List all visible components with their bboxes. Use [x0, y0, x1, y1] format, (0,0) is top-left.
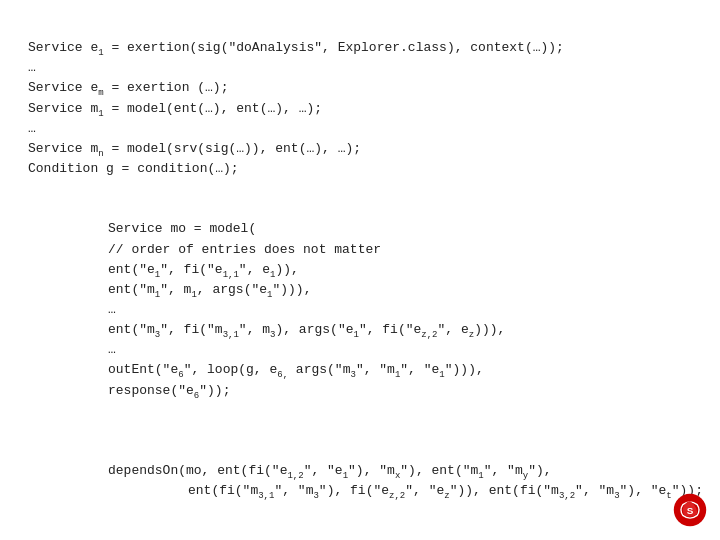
- line-7: Condition g = condition(…);: [28, 161, 239, 176]
- line-17: response("e6"));: [108, 383, 230, 398]
- line-2: …: [28, 60, 36, 75]
- logo: S: [672, 492, 708, 528]
- line-4: Service m1 = model(ent(…), ent(…), …);: [28, 101, 322, 116]
- line-15: …: [108, 342, 116, 357]
- line-20: ent(fi("m3,1", "m3"), fi("ez,2", "ez")),…: [188, 483, 703, 498]
- line-1: Service e1 = exertion(sig("doAnalysis", …: [28, 40, 564, 55]
- line-9: Service mo = model(: [108, 221, 256, 236]
- line-13: …: [108, 302, 116, 317]
- line-8: [28, 181, 36, 196]
- line-18: [28, 423, 36, 438]
- svg-text:S: S: [687, 505, 694, 516]
- indented-block: Service mo = model( // order of entries …: [28, 199, 692, 400]
- line-11: ent("e1", fi("e1,1", e1)),: [108, 262, 299, 277]
- line-16: outEnt("e6", loop(g, e6, args("m3", "m1"…: [108, 362, 484, 377]
- code-block: Service e1 = exertion(sig("doAnalysis", …: [0, 0, 720, 540]
- line-6: Service mn = model(srv(sig(…)), ent(…), …: [28, 141, 361, 156]
- line-3: Service em = exertion (…);: [28, 80, 228, 95]
- line-12: ent("m1", m1, args("e1"))),: [108, 282, 311, 297]
- line-5: …: [28, 121, 36, 136]
- line-19: dependsOn(mo, ent(fi("e1,2", "e1"), "mx"…: [108, 463, 552, 478]
- line-10: // order of entries does not matter: [108, 242, 381, 257]
- line-14: ent("m3", fi("m3,1", m3), args("e1", fi(…: [108, 322, 505, 337]
- depends-block: dependsOn(mo, ent(fi("e1,2", "e1"), "mx"…: [28, 441, 692, 522]
